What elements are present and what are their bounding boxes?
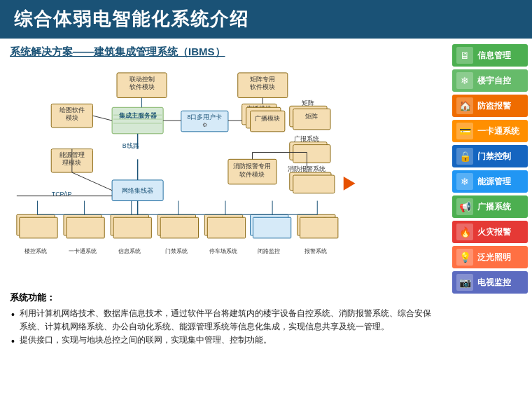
svg-text:联动控制: 联动控制 [130,76,155,83]
sidebar-label-nengyuan: 能源管理 [477,176,511,188]
nengyuan-icon: ❄ [456,173,473,190]
diagram-area: 联动控制 软件模块 矩阵专用 软件模块 绘图软件 模块 集成主服务器 [10,64,438,289]
arrow-right [344,177,356,191]
sidebar-label-dianshi: 电视监控 [477,277,511,289]
svg-text:绘图软件: 绘图软件 [59,107,85,114]
svg-text:报警系统: 报警系统 [304,248,327,254]
dianshi-icon: 📷 [456,274,473,291]
sidebar-item-louyu[interactable]: ❄ 楼宇自控 [452,69,528,92]
function-item-2: 提供接口，实现与地块总控之间的联网，实现集中管理、控制功能。 [10,334,438,347]
svg-text:停车场系统: 停车场系统 [209,248,237,254]
header: 综合体弱电智能化系统介绍 [0,0,532,39]
svg-text:集成主服务器: 集成主服务器 [119,111,158,119]
box-video2 [253,217,290,238]
svg-text:闭路监控: 闭路监控 [258,248,280,254]
svg-line-53 [72,172,112,191]
sidebar-label-yika: 一卡通系统 [477,125,519,137]
box-guangbao2 [293,145,330,163]
svg-line-49 [92,116,112,121]
functions-area: 系统功能： 利用计算机网络技术、数据库信息技术，通过软件平台将建筑内的楼宇设备自… [10,291,438,348]
fangdao-icon: 🏠 [456,97,473,114]
diagram-svg: 联动控制 软件模块 矩阵专用 软件模块 绘图软件 模块 集成主服务器 [10,64,438,289]
sidebar-label-guangbo: 广播系统 [477,201,511,213]
svg-text:消防报警专用: 消防报警专用 [233,163,271,170]
box-xiaofang-sys2 [293,175,335,193]
sidebar-item-guangbo[interactable]: 📢 广播系统 [452,195,528,218]
svg-text:软件模块: 软件模块 [239,171,265,178]
menjin-icon: 🔒 [456,148,473,165]
svg-text:信息系统: 信息系统 [118,248,141,254]
sidebar-label-xinxi: 信息管理 [477,50,511,62]
svg-text:8口多用户卡: 8口多用户卡 [187,114,222,121]
sidebar-item-yika[interactable]: 💳 一卡通系统 [452,120,528,142]
sidebar-item-nengyuan[interactable]: ❄ 能源管理 [452,170,528,193]
guangbo-icon: 📢 [456,198,473,215]
box-loukon2 [20,217,57,238]
sidebar-label-fangdao: 防盗报警 [477,100,511,112]
svg-text:广播模块: 广播模块 [255,115,280,122]
sidebar-item-dianshi[interactable]: 📷 电视监控 [452,271,528,294]
svg-text:软件模块: 软件模块 [250,83,275,90]
sidebar-item-xinxi[interactable]: 🖥 信息管理 [452,44,528,67]
sidebar-item-huojing[interactable]: 🔥 火灾报警 [452,221,528,243]
sidebar-label-menjin: 门禁控制 [477,151,511,163]
box-alarm2 [300,217,338,238]
content-area: 系统解决方案——建筑集成管理系统（IBMS） 联动控制 软件模块 矩阵专用 软件… [0,39,532,404]
box-xinxi-pub2 [113,217,151,238]
yika-icon: 💳 [456,123,473,139]
xinxi-icon: 🖥 [456,47,473,64]
zhaomin-icon: 💡 [456,249,473,266]
page-title: 综合体弱电智能化系统介绍 [14,8,249,29]
sidebar-item-fangdao[interactable]: 🏠 防盗报警 [452,95,528,117]
svg-text:B线路: B线路 [122,142,139,149]
function-item-1: 利用计算机网络技术、数据库信息技术，通过软件平台将建筑内的楼宇设备自控系统、消防… [10,307,438,334]
sidebar-label-huojing: 火灾报警 [477,226,511,238]
box-server [112,107,163,134]
svg-text:门禁系统: 门禁系统 [165,248,188,254]
svg-text:软件模块: 软件模块 [130,83,155,90]
svg-text:楼控系统: 楼控系统 [24,248,47,254]
main-area: 系统解决方案——建筑集成管理系统（IBMS） 联动控制 软件模块 矩阵专用 软件… [0,39,448,404]
svg-text:⚙: ⚙ [202,122,207,128]
sidebar-item-zhaomin[interactable]: 💡 泛光照明 [452,246,528,268]
box-menjin-mgr2 [160,217,198,238]
svg-text:矩阵: 矩阵 [305,113,318,120]
functions-title: 系统功能： [10,291,438,304]
right-sidebar: 🖥 信息管理 ❄ 楼宇自控 🏠 防盗报警 💳 一卡通系统 🔒 门禁控制 ❄ 能源… [448,39,532,404]
section-title: 系统解决方案——建筑集成管理系统（IBMS） [10,46,438,59]
svg-text:模块: 模块 [66,114,78,121]
sidebar-label-zhaomin: 泛光照明 [477,252,511,263]
functions-list: 利用计算机网络技术、数据库信息技术，通过软件平台将建筑内的楼宇设备自控系统、消防… [10,307,438,348]
box-parking2 [207,217,245,238]
svg-text:TCP/IP: TCP/IP [52,191,72,198]
svg-text:广报系统: 广报系统 [294,135,319,142]
sidebar-label-louyu: 楼宇自控 [477,75,511,87]
louyu-icon: ❄ [456,72,473,89]
box-yika-mgr2 [66,217,104,238]
svg-text:矩阵专用: 矩阵专用 [250,76,275,83]
huojing-icon: 🔥 [456,224,473,240]
svg-text:网络集线器: 网络集线器 [122,187,153,194]
sidebar-item-menjin[interactable]: 🔒 门禁控制 [452,145,528,167]
svg-text:一卡通系统: 一卡通系统 [69,248,97,254]
